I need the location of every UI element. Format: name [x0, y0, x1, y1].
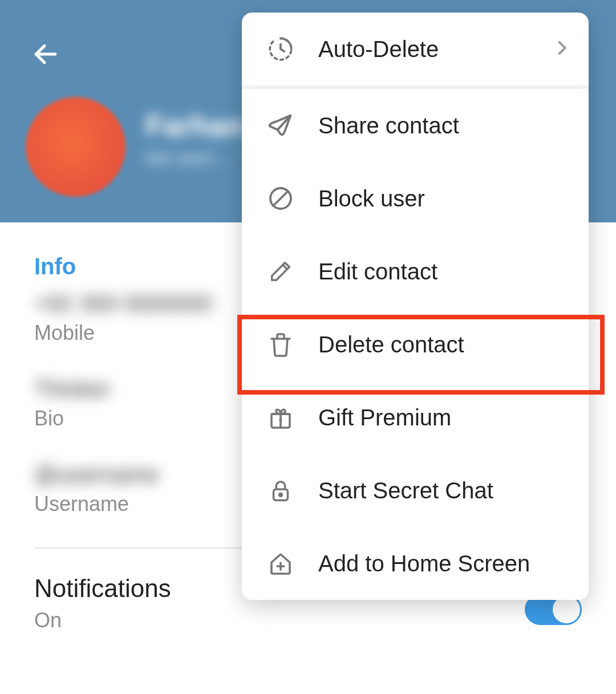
menu-label: Block user [318, 186, 572, 212]
menu-gift-premium[interactable]: Gift Premium [242, 381, 589, 454]
svg-line-3 [273, 191, 288, 206]
menu-auto-delete[interactable]: Auto-Delete [242, 13, 589, 86]
menu-block-user[interactable]: Block user [242, 162, 589, 235]
menu-label: Delete contact [318, 332, 572, 358]
home-plus-icon [258, 550, 303, 577]
menu-delete-contact[interactable]: Delete contact [242, 308, 589, 381]
menu-edit-contact[interactable]: Edit contact [242, 235, 589, 308]
menu-label: Share contact [318, 113, 572, 139]
svg-point-10 [279, 493, 282, 496]
menu-start-secret-chat[interactable]: Start Secret Chat [242, 454, 589, 527]
block-icon [258, 185, 303, 212]
contact-name-area: Farhan last seen … [145, 108, 244, 168]
last-seen-status: last seen … [145, 148, 244, 168]
timer-icon [258, 35, 303, 63]
notifications-title: Notifications [34, 574, 171, 603]
back-button[interactable] [26, 34, 66, 74]
menu-label: Gift Premium [318, 405, 572, 431]
chevron-right-icon [552, 38, 572, 60]
notifications-status: On [34, 608, 171, 632]
menu-label: Start Secret Chat [318, 478, 572, 504]
avatar[interactable] [26, 97, 125, 197]
menu-share-contact[interactable]: Share contact [242, 89, 589, 162]
gift-icon [258, 404, 303, 431]
menu-add-to-home[interactable]: Add to Home Screen [242, 527, 589, 600]
contact-name: Farhan [145, 108, 244, 143]
options-menu: Auto-Delete Share contact Block user E [242, 13, 589, 600]
lock-icon [258, 477, 303, 504]
menu-label: Auto-Delete [318, 36, 552, 62]
share-icon [258, 111, 303, 140]
pencil-icon [258, 258, 303, 285]
menu-label: Edit contact [318, 259, 572, 285]
back-arrow-icon [31, 40, 60, 68]
trash-icon [258, 331, 303, 358]
menu-label: Add to Home Screen [318, 551, 572, 577]
